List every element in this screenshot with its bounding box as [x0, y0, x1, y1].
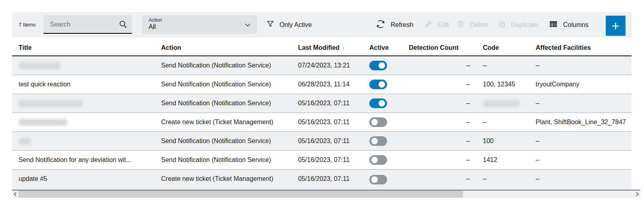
refresh-button[interactable]: Refresh [375, 19, 413, 31]
table-row[interactable]: Send Notification (Notification Service)… [12, 132, 632, 151]
refresh-icon [375, 19, 386, 31]
add-button[interactable]: + [606, 16, 625, 36]
cell-action: Send Notification (Notification Service) [155, 75, 292, 94]
cell-active [363, 170, 402, 190]
horizontal-scrollbar[interactable] [12, 190, 640, 198]
table-header-row: Title Action Last Modified↓ Active Detec… [12, 40, 632, 56]
duplicate-button[interactable]: Duplicate [497, 19, 538, 31]
toggle-knob [379, 62, 385, 69]
cell-last-modified: 05/16/2023, 07:11 [292, 151, 363, 169]
active-toggle[interactable] [369, 136, 387, 146]
column-header-detection-count[interactable]: Detection Count [402, 40, 476, 55]
sort-desc-icon: ↓ [342, 44, 345, 51]
cell-last-modified: 06/28/2023, 11:14 [292, 75, 363, 94]
toggle-knob [371, 157, 378, 163]
toggle-knob [379, 100, 385, 107]
edit-label: Edit [438, 21, 449, 29]
cell-action: Send Notification (Notification Service) [155, 56, 292, 75]
cell-detection-count: – [402, 94, 476, 113]
active-toggle[interactable] [369, 117, 387, 127]
active-toggle[interactable] [369, 80, 387, 89]
items-count: 7 Items [19, 22, 36, 28]
only-active-filter-button[interactable]: Only Active [266, 19, 312, 31]
cell-detection-count: – [402, 132, 476, 150]
search-field[interactable] [43, 15, 132, 34]
search-input[interactable] [49, 15, 115, 34]
cell-affected-facilities: – [529, 151, 632, 169]
toolbar: 7 Items Action All Only Active Refresh [12, 12, 632, 37]
cell-action: Create new ticket (Ticket Management) [155, 170, 292, 190]
delete-label: Delete [470, 21, 489, 29]
table-row[interactable]: Send Notification (Notification Service)… [12, 56, 632, 75]
cell-detection-count: – [402, 170, 476, 190]
cell-last-modified: 07/24/2023, 13:21 [292, 56, 363, 75]
cell-code: – [476, 56, 529, 75]
cell-active [363, 113, 402, 131]
chevron-down-icon [244, 21, 251, 30]
action-filter-label: Action [149, 17, 162, 23]
cell-last-modified: 05/16/2023, 07:11 [292, 94, 363, 113]
column-header-code[interactable]: Code [476, 40, 529, 55]
cell-title: test quick reaction [12, 75, 155, 94]
active-toggle[interactable] [369, 155, 387, 165]
duplicate-icon [497, 20, 506, 30]
active-toggle[interactable] [369, 61, 387, 70]
pencil-icon [424, 20, 433, 30]
edit-button[interactable]: Edit [424, 19, 449, 31]
delete-button[interactable]: Delete [456, 19, 489, 31]
active-toggle[interactable] [369, 98, 387, 108]
toggle-knob [371, 138, 378, 144]
action-filter-value: All [149, 23, 156, 31]
quick-reactions-table: Title Action Last Modified↓ Active Detec… [12, 40, 632, 190]
scroll-left-icon[interactable] [12, 191, 19, 198]
cell-last-modified: 05/16/2023, 07:11 [292, 170, 363, 190]
only-active-label: Only Active [280, 21, 312, 29]
column-header-active[interactable]: Active [363, 40, 402, 55]
table-row[interactable]: Create new ticket (Ticket Management) 05… [12, 113, 632, 132]
columns-button[interactable]: Columns [549, 19, 588, 31]
cell-last-modified: 05/16/2023, 07:11 [292, 132, 363, 150]
cell-active [363, 132, 402, 150]
action-filter-select[interactable]: Action All [142, 15, 257, 34]
table-row[interactable]: Send Notification for any deviation wit.… [12, 151, 632, 170]
cell-affected-facilities: – [529, 170, 632, 190]
column-header-last-modified[interactable]: Last Modified↓ [292, 40, 363, 55]
column-header-title[interactable]: Title [12, 40, 155, 55]
cell-title [12, 132, 155, 150]
cell-title: Send Notification for any deviation wit.… [12, 151, 155, 169]
cell-action: Send Notification (Notification Service) [155, 94, 292, 113]
cell-detection-count: – [402, 151, 476, 169]
duplicate-label: Duplicate [511, 21, 538, 29]
table-body: Send Notification (Notification Service)… [12, 56, 632, 190]
table-row[interactable]: update #5 Create new ticket (Ticket Mana… [12, 170, 632, 190]
table-row[interactable]: test quick reaction Send Notification (N… [12, 75, 632, 94]
column-header-affected-facilities[interactable]: Affected Facilities [529, 40, 632, 55]
cell-affected-facilities: – [529, 56, 632, 75]
cell-action: Send Notification (Notification Service) [155, 151, 292, 169]
scroll-right-icon[interactable] [634, 191, 640, 198]
refresh-label: Refresh [391, 21, 413, 29]
cell-active [363, 56, 402, 75]
cell-code: 100, 12345 [476, 75, 529, 94]
cell-detection-count: – [402, 75, 476, 94]
toggle-knob [379, 81, 385, 88]
cell-action: Create new ticket (Ticket Management) [155, 113, 292, 131]
cell-title [12, 56, 155, 75]
cell-code: – [476, 113, 529, 131]
cell-detection-count: – [402, 113, 476, 131]
trash-icon [456, 20, 465, 30]
funnel-icon [266, 20, 275, 30]
cell-code [476, 94, 529, 113]
cell-code: 1412 [476, 151, 529, 169]
active-toggle[interactable] [369, 175, 387, 184]
table-row[interactable]: Send Notification (Notification Service)… [12, 94, 632, 113]
cell-active [363, 75, 402, 94]
cell-title: update #5 [12, 170, 155, 190]
cell-action: Send Notification (Notification Service) [155, 132, 292, 150]
columns-label: Columns [563, 21, 588, 29]
column-header-action[interactable]: Action [155, 40, 292, 55]
cell-title [12, 113, 155, 131]
cell-affected-facilities: Plant, ShiftBook_Line_32_7847 [529, 113, 632, 131]
scrollbar-thumb[interactable] [19, 191, 463, 198]
toggle-knob [371, 176, 378, 183]
